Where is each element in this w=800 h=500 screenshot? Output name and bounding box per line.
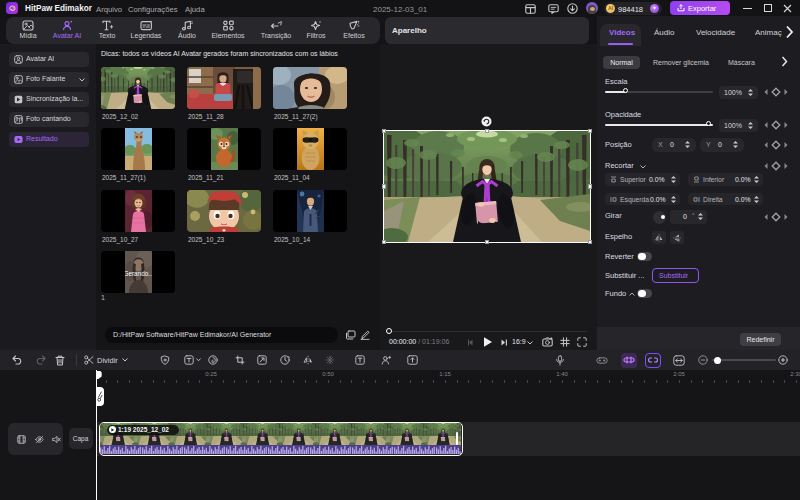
svg-text:Gerando...: Gerando... xyxy=(125,270,152,277)
